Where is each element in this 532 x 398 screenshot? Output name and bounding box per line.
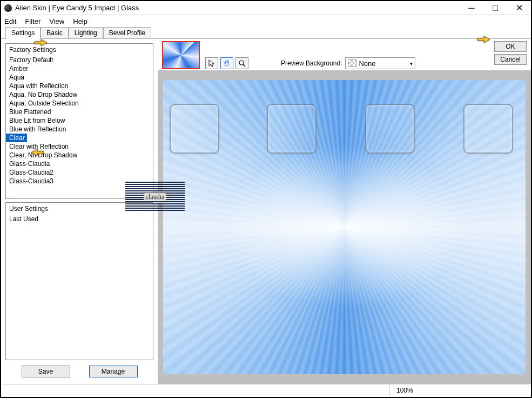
maximize-button[interactable]: □ [483, 1, 507, 15]
list-item[interactable]: Aqua, No Drop Shadow [6, 90, 153, 99]
factory-settings-header: Factory Settings [6, 44, 153, 56]
zoom-tool-icon[interactable] [235, 57, 248, 69]
chevron-down-icon: ▾ [410, 61, 413, 67]
svg-point-0 [239, 61, 244, 65]
list-item[interactable]: Clear, No Drop Shadow [6, 151, 153, 160]
glass-preview-shape [170, 104, 219, 154]
user-settings-listbox[interactable]: User Settings Last Used [5, 202, 153, 360]
list-item[interactable]: Aqua [6, 73, 153, 82]
preview-thumbnail[interactable] [162, 41, 200, 69]
tab-settings[interactable]: Settings [5, 27, 41, 39]
list-item[interactable]: Blue Lit from Below [6, 116, 153, 125]
list-item[interactable]: Blue Flattened [6, 108, 153, 116]
hand-tool-icon[interactable] [220, 57, 233, 69]
settings-buttons: Save Manage [5, 363, 153, 380]
preview-background-select[interactable]: None ▾ [345, 57, 415, 69]
save-button[interactable]: Save [22, 366, 70, 377]
preview-background-value: None [359, 59, 375, 68]
main-area: Factory Settings Factory DefaultAmberAqu… [1, 39, 531, 384]
preview-background-control: Preview Background: None ▾ [281, 57, 415, 69]
tab-strip: Settings Basic Lighting Bevel Profile [1, 27, 531, 39]
glass-preview-shape [365, 104, 415, 154]
menubar: Edit Filter View Help [1, 15, 531, 27]
list-item[interactable]: Aqua, Outside Selection [6, 99, 153, 108]
list-item[interactable]: Last Used [6, 215, 153, 223]
ok-button[interactable]: OK [494, 41, 527, 52]
list-item[interactable]: Amber [6, 64, 153, 73]
app-icon [4, 4, 12, 12]
menu-view[interactable]: View [49, 17, 64, 25]
preview-canvas-wrap [158, 70, 531, 384]
glass-preview-shape [463, 104, 513, 154]
tab-lighting[interactable]: Lighting [69, 27, 103, 38]
window-title: Alien Skin | Eye Candy 5 Impact | Glass [15, 4, 139, 12]
minimize-button[interactable]: ─ [460, 1, 483, 15]
list-item[interactable]: Clear [6, 134, 27, 142]
tab-bevel-profile[interactable]: Bevel Profile [103, 27, 151, 38]
list-item[interactable]: Clear with Reflection [6, 142, 153, 151]
statusbar: 100% [2, 384, 530, 396]
manage-button[interactable]: Manage [89, 366, 138, 377]
list-item[interactable]: Glass-Claudia [6, 160, 153, 168]
preview-panel: Preview Background: None ▾ OK Cancel [158, 39, 531, 384]
pointer-tool-icon[interactable] [205, 57, 218, 69]
list-item[interactable]: Aqua with Reflection [6, 82, 153, 90]
menu-edit[interactable]: Edit [4, 17, 16, 25]
preview-background-label: Preview Background: [281, 59, 342, 67]
menu-help[interactable]: Help [73, 17, 87, 25]
cancel-button[interactable]: Cancel [494, 54, 527, 65]
menu-filter[interactable]: Filter [25, 17, 41, 25]
factory-settings-listbox[interactable]: Factory Settings Factory DefaultAmberAqu… [5, 43, 153, 199]
preview-canvas[interactable] [163, 80, 526, 374]
list-item[interactable]: Glass-Claudia2 [6, 168, 153, 177]
list-item[interactable]: Blue with Reflection [6, 125, 153, 134]
tab-basic[interactable]: Basic [41, 27, 68, 38]
watermark-text: claudia [144, 193, 167, 201]
zoom-level: 100% [389, 384, 530, 396]
list-item[interactable]: Factory Default [6, 56, 153, 64]
preview-toolbar: Preview Background: None ▾ OK Cancel [158, 39, 531, 70]
glass-preview-shape [267, 104, 316, 154]
svg-line-1 [243, 64, 245, 67]
titlebar: Alien Skin | Eye Candy 5 Impact | Glass … [1, 1, 531, 15]
close-button[interactable]: ✕ [507, 1, 531, 15]
checker-swatch-icon [348, 59, 356, 67]
watermark: claudia [125, 182, 185, 212]
